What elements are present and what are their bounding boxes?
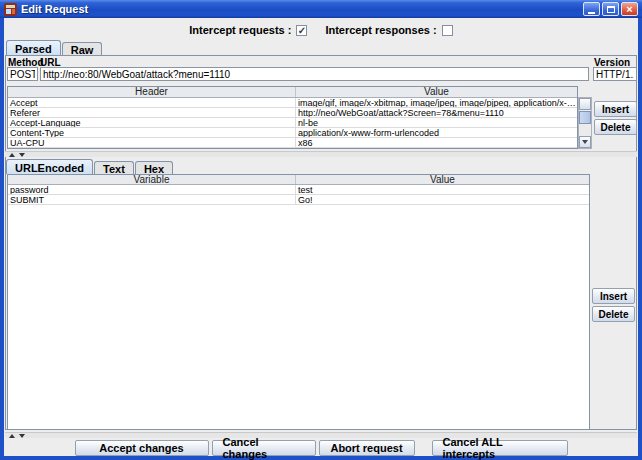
- table-row: SUBMIT Go!: [8, 195, 589, 205]
- table-row: Referer http://neo/WebGoat/attack?Screen…: [8, 108, 577, 118]
- edit-request-window: Edit Request × Intercept requests : ✓ In…: [0, 0, 642, 460]
- param-name-cell[interactable]: SUBMIT: [8, 195, 296, 204]
- app-icon: [4, 3, 17, 16]
- cancel-changes-button[interactable]: Cancel changes: [212, 440, 316, 456]
- footer-buttons-row: Accept changes Cancel changes Abort requ…: [4, 439, 638, 456]
- window-controls: ×: [583, 2, 638, 16]
- tab-raw[interactable]: Raw: [62, 42, 103, 55]
- params-table-header: Variable Value: [8, 175, 589, 185]
- titlebar[interactable]: Edit Request ×: [0, 0, 642, 18]
- minimize-icon: [588, 12, 595, 14]
- split-divider-top[interactable]: [5, 151, 637, 157]
- params-delete-button[interactable]: Delete: [592, 306, 635, 322]
- cancel-all-intercepts-button[interactable]: Cancel ALL intercepts: [432, 440, 568, 456]
- scroll-up-button[interactable]: [579, 98, 591, 110]
- collapse-down-icon[interactable]: [19, 434, 25, 438]
- param-name-cell[interactable]: password: [8, 185, 296, 194]
- tab-urlencoded[interactable]: URLEncoded: [6, 159, 93, 174]
- collapse-down-icon[interactable]: [19, 153, 25, 157]
- window-title: Edit Request: [21, 3, 88, 15]
- tab-text[interactable]: Text: [94, 161, 134, 174]
- column-header-header[interactable]: Header: [8, 87, 296, 97]
- tab-hex[interactable]: Hex: [135, 161, 173, 174]
- headers-delete-button[interactable]: Delete: [594, 119, 637, 135]
- header-name-cell[interactable]: Referer: [8, 108, 296, 117]
- headers-insert-button[interactable]: Insert: [594, 101, 637, 117]
- header-value-cell[interactable]: application/x-www-form-urlencoded: [296, 128, 577, 137]
- table-row: password test: [8, 185, 589, 195]
- collapse-up-icon[interactable]: [9, 434, 15, 438]
- header-value-cell[interactable]: image/gif, image/x-xbitmap, image/jpeg, …: [296, 98, 577, 107]
- method-input[interactable]: [7, 67, 38, 81]
- content-view-tabs: URLEncoded Text Hex: [6, 158, 174, 174]
- scroll-down-button[interactable]: [579, 136, 591, 148]
- url-input[interactable]: [40, 67, 589, 81]
- maximize-icon: [607, 6, 615, 13]
- collapse-up-icon[interactable]: [9, 153, 15, 157]
- header-value-cell[interactable]: x86: [296, 138, 577, 147]
- header-name-cell[interactable]: Accept: [8, 98, 296, 107]
- column-header-variable[interactable]: Variable: [8, 175, 296, 184]
- close-button[interactable]: ×: [621, 2, 638, 16]
- maximize-button[interactable]: [602, 2, 619, 16]
- column-header-value[interactable]: Value: [296, 87, 577, 97]
- table-row: UA-CPU x86: [8, 138, 577, 148]
- param-value-cell[interactable]: Go!: [296, 195, 589, 204]
- param-value-cell[interactable]: test: [296, 185, 589, 194]
- minimize-button[interactable]: [583, 2, 600, 16]
- intercept-options-row: Intercept requests : ✓ Intercept respons…: [4, 22, 638, 38]
- header-value-cell[interactable]: [296, 148, 577, 149]
- abort-request-button[interactable]: Abort request: [319, 440, 415, 456]
- header-name-cell[interactable]: UA-CPU: [8, 138, 296, 147]
- version-input[interactable]: [593, 67, 637, 81]
- scrollbar-thumb[interactable]: [579, 111, 591, 124]
- headers-table-header: Header Value: [8, 87, 577, 98]
- params-insert-button[interactable]: Insert: [592, 288, 635, 304]
- table-row: Accept-Language nl-be: [8, 118, 577, 128]
- table-row: Accept image/gif, image/x-xbitmap, image…: [8, 98, 577, 108]
- request-view-tabs: Parsed Raw: [6, 40, 103, 55]
- header-value-cell[interactable]: http://neo/WebGoat/attack?Screen=78&menu…: [296, 108, 577, 117]
- header-name-cell[interactable]: Accept-Language: [8, 118, 296, 127]
- header-value-cell[interactable]: nl-be: [296, 118, 577, 127]
- intercept-requests-label: Intercept requests :: [189, 24, 291, 36]
- intercept-responses-checkbox[interactable]: [442, 25, 453, 36]
- accept-changes-button[interactable]: Accept changes: [75, 440, 209, 456]
- tab-parsed[interactable]: Parsed: [6, 40, 61, 55]
- triangle-down-icon: [582, 140, 588, 144]
- content-area: Intercept requests : ✓ Intercept respons…: [4, 18, 638, 456]
- intercept-requests-checkbox[interactable]: ✓: [296, 25, 307, 36]
- intercept-responses-label: Intercept responses :: [325, 24, 436, 36]
- header-name-cell[interactable]: Content-Type: [8, 128, 296, 137]
- column-header-value[interactable]: Value: [296, 175, 589, 184]
- params-table: Variable Value password test SUBMIT Go!: [7, 174, 590, 430]
- table-row: Content-Type application/x-www-form-urle…: [8, 128, 577, 138]
- header-name-cell[interactable]: [8, 148, 296, 149]
- table-row-partial: [8, 148, 577, 149]
- headers-scrollbar[interactable]: [578, 97, 592, 149]
- close-icon: ×: [626, 4, 632, 15]
- checkmark-icon: ✓: [298, 26, 306, 35]
- headers-table: Header Value Accept image/gif, image/x-x…: [7, 86, 578, 149]
